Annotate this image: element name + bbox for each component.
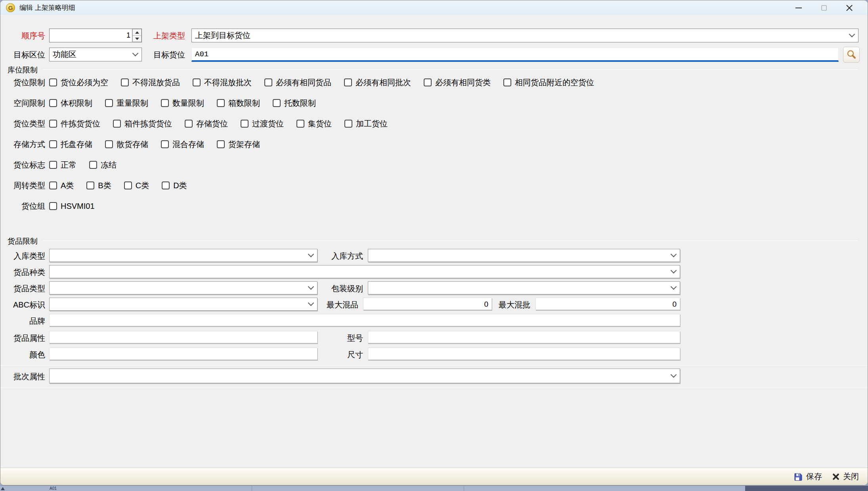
checkbox-label: B类 [98, 181, 111, 190]
close-dialog-button[interactable]: 关闭 [832, 471, 859, 482]
spin-up-button[interactable] [132, 29, 141, 36]
package-level-label: 包装级别 [322, 283, 363, 294]
checkbox-option[interactable]: A类 [49, 181, 74, 190]
brand-input[interactable] [49, 314, 680, 326]
checkbox-option[interactable]: 必须有相同货品 [264, 78, 331, 87]
shelf-type-select[interactable]: 上架到目标货位 [191, 29, 858, 42]
checkbox-label: 不得混放批次 [204, 78, 252, 87]
checkbox[interactable] [264, 78, 272, 86]
checkbox-option[interactable]: C类 [124, 181, 149, 190]
checkbox[interactable] [49, 78, 57, 86]
max-mix-goods-input[interactable]: 0 [363, 298, 492, 310]
checkbox-option[interactable]: 散货存储 [105, 139, 148, 149]
inbound-mode-select[interactable] [368, 249, 680, 262]
minimize-button[interactable] [786, 0, 811, 15]
checkbox[interactable] [193, 78, 201, 86]
chevron-down-icon [671, 371, 677, 378]
checkbox[interactable] [121, 78, 129, 86]
checkbox-option[interactable]: 重量限制 [105, 98, 148, 108]
checkbox-option[interactable]: 托盘存储 [49, 139, 92, 149]
checkbox[interactable] [185, 120, 193, 128]
checkbox[interactable] [503, 78, 511, 86]
checkbox-option[interactable]: 不得混放货品 [121, 78, 180, 87]
checkbox-option[interactable]: 过渡货位 [241, 119, 284, 128]
chevron-down-icon [671, 267, 677, 273]
checkbox[interactable] [105, 99, 113, 107]
checkbox[interactable] [344, 78, 352, 86]
color-input[interactable] [49, 348, 317, 360]
checkbox-option[interactable]: 集货位 [296, 119, 332, 128]
checkbox[interactable] [162, 181, 170, 189]
checkbox[interactable] [273, 99, 281, 107]
checkbox-option[interactable]: 件拣货货位 [49, 119, 100, 128]
checkbox-option[interactable]: 正常 [49, 160, 76, 170]
target-zone-select[interactable]: 功能区 [49, 48, 142, 61]
checkbox[interactable] [113, 120, 121, 128]
close-button[interactable] [837, 0, 862, 15]
checkbox-option[interactable]: 箱数限制 [217, 98, 260, 108]
checkbox[interactable] [105, 140, 113, 148]
checkbox-option[interactable]: 混合存储 [161, 139, 204, 149]
package-level-select[interactable] [368, 281, 680, 294]
goods-kind-select[interactable] [49, 265, 680, 278]
checkbox-option[interactable]: 托数限制 [273, 98, 316, 108]
checkbox[interactable] [49, 181, 57, 189]
max-mix-batch-input[interactable]: 0 [535, 298, 680, 310]
size-input[interactable] [368, 348, 680, 360]
abc-flag-select[interactable] [49, 298, 317, 311]
checkbox-option[interactable]: HSVMI01 [49, 201, 95, 211]
checkbox-option[interactable]: 货架存储 [217, 139, 260, 149]
checkbox-label: 箱件拣货货位 [124, 119, 172, 128]
checkbox-option[interactable]: 冻结 [89, 160, 117, 170]
checkbox-option[interactable]: 加工货位 [344, 119, 388, 128]
chevron-down-icon [849, 31, 855, 37]
checkbox[interactable] [344, 120, 352, 128]
target-location-input[interactable]: A01 [191, 48, 839, 62]
checkbox-option[interactable]: D类 [162, 181, 187, 190]
maximize-button[interactable] [811, 0, 837, 15]
spin-down-button[interactable] [132, 36, 141, 42]
checkbox-option[interactable]: 必须有相同货类 [424, 78, 491, 87]
title-bar: G 编辑 上架策略明细 [0, 0, 868, 15]
inbound-type-select[interactable] [49, 249, 317, 262]
location-search-button[interactable] [843, 47, 860, 63]
model-input[interactable] [368, 331, 680, 343]
checkbox[interactable] [49, 140, 57, 148]
checkbox-option[interactable]: 体积限制 [49, 98, 92, 108]
checkbox-row-options: 体积限制重量限制数量限制箱数限制托数限制 [49, 98, 316, 108]
checkbox-option[interactable]: 数量限制 [161, 98, 204, 108]
sequence-number-spinner[interactable]: 1 [49, 29, 142, 42]
checkbox[interactable] [86, 181, 94, 189]
checkbox[interactable] [217, 140, 225, 148]
checkbox-option[interactable]: 货位必须为空 [49, 78, 108, 87]
goods-type-select[interactable] [49, 281, 317, 294]
checkbox[interactable] [49, 161, 57, 169]
checkbox[interactable] [124, 181, 132, 189]
checkbox-option[interactable]: B类 [86, 181, 111, 190]
checkbox-option[interactable]: 存储货位 [185, 119, 228, 128]
checkbox[interactable] [217, 99, 225, 107]
checkbox[interactable] [49, 120, 57, 128]
chevron-down-icon [308, 283, 314, 290]
checkbox-option[interactable]: 必须有相同批次 [344, 78, 411, 87]
checkbox[interactable] [161, 140, 169, 148]
checkbox-option[interactable]: 相同货品附近的空货位 [503, 78, 594, 87]
goods-attr-input[interactable] [49, 331, 317, 343]
group-divider [42, 69, 858, 70]
checkbox[interactable] [161, 99, 169, 107]
checkbox[interactable] [49, 99, 57, 107]
checkbox[interactable] [241, 120, 249, 128]
checkbox-option[interactable]: 箱件拣货货位 [113, 119, 172, 128]
checkbox[interactable] [296, 120, 304, 128]
batch-attr-select[interactable] [49, 369, 680, 383]
checkbox[interactable] [89, 161, 97, 169]
dialog-window: G 编辑 上架策略明细 顺序号 1 上架类型 上架到目标货位 目标区位 功能区 [0, 0, 868, 485]
abc-flag-label: ABC标识 [8, 300, 45, 310]
checkbox-option[interactable]: 不得混放批次 [193, 78, 252, 87]
close-x-icon [832, 473, 839, 480]
seq-label: 顺序号 [8, 31, 45, 41]
maximize-icon [821, 5, 827, 11]
checkbox[interactable] [49, 202, 57, 210]
save-button[interactable]: 保存 [794, 471, 822, 482]
checkbox[interactable] [424, 78, 432, 86]
